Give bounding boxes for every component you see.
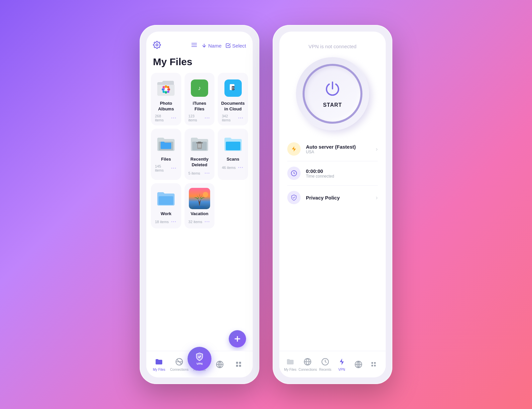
- vpn-nav-recents[interactable]: Recents: [317, 357, 333, 371]
- vpn-my-files-nav-icon: [286, 357, 295, 366]
- files-header: Name Select: [146, 32, 253, 54]
- files-folder-icon: [155, 133, 177, 155]
- file-card-trash[interactable]: Recently Deleted 5 items ···: [185, 129, 215, 180]
- svg-rect-43: [239, 365, 241, 367]
- vpn-connections-nav-icon: [303, 357, 312, 366]
- svg-marker-48: [340, 358, 344, 365]
- connections-nav-icon: [175, 357, 184, 366]
- menu-nav-icon: [235, 360, 245, 369]
- time-title: 0:00:00: [306, 168, 378, 174]
- lightning-icon: [287, 142, 301, 156]
- vpn-privacy-row[interactable]: Privacy Policy ›: [287, 186, 378, 209]
- scans-meta: 46 items ···: [221, 164, 245, 171]
- svg-text:D: D: [232, 86, 234, 90]
- vacation-more[interactable]: ···: [204, 218, 210, 225]
- svg-point-12: [167, 86, 169, 88]
- files-count: 145 items: [155, 164, 171, 172]
- gear-icon[interactable]: [153, 41, 161, 50]
- file-card-docs[interactable]: D Documents in Cloud 342 items ···: [218, 73, 248, 125]
- right-phone: VPN is not connected START: [273, 25, 392, 384]
- svg-point-14: [165, 88, 167, 91]
- scans-count: 46 items: [222, 166, 236, 170]
- vpn-power-ring[interactable]: START: [296, 57, 369, 130]
- power-icon: [323, 79, 342, 99]
- vpn-center-button[interactable]: VPN: [188, 347, 211, 371]
- scans-more[interactable]: ···: [237, 164, 244, 171]
- clock-icon: [287, 167, 301, 180]
- svg-rect-30: [159, 196, 173, 205]
- list-view-icon[interactable]: [191, 42, 198, 50]
- scans-name: Scans: [226, 157, 239, 162]
- file-card-scans[interactable]: Scans 46 items ···: [218, 129, 248, 180]
- vpn-nav-browser[interactable]: [350, 360, 367, 369]
- files-more[interactable]: ···: [171, 165, 177, 172]
- vpn-nav-my-files[interactable]: My Files: [282, 357, 299, 371]
- svg-point-7: [165, 91, 167, 94]
- nav-connections-label: Connections: [170, 368, 189, 371]
- vpn-nav-vpn[interactable]: VPN: [333, 357, 350, 371]
- vacation-icon: [189, 188, 210, 209]
- sort-button[interactable]: Name: [201, 43, 221, 49]
- time-info-text: 0:00:00 Time connected: [306, 168, 378, 179]
- svg-rect-54: [374, 365, 376, 366]
- file-card-itunes[interactable]: ♪ iTunes Files 123 items ···: [185, 73, 215, 125]
- file-card-vacation[interactable]: Vacation 32 items ···: [185, 183, 215, 229]
- svg-point-9: [168, 88, 170, 91]
- nav-connections[interactable]: Connections: [169, 357, 190, 371]
- vpn-nav-connections-label: Connections: [299, 368, 317, 371]
- vacation-count: 32 items: [189, 220, 202, 224]
- svg-rect-53: [371, 365, 373, 366]
- vpn-server-row[interactable]: Auto server (Fastest) USA ›: [287, 137, 378, 161]
- vpn-nav-menu[interactable]: [366, 360, 383, 369]
- work-count: 18 items: [155, 220, 169, 224]
- vpn-nav-connections[interactable]: Connections: [299, 357, 317, 371]
- file-card-work[interactable]: Work 18 items ···: [151, 183, 181, 229]
- recently-deleted-name: Recently Deleted: [188, 157, 211, 168]
- vpn-power-button[interactable]: START: [303, 64, 362, 124]
- files-meta: 145 items ···: [154, 164, 178, 172]
- left-phone: Name Select My Files: [140, 25, 259, 384]
- docs-count: 342 items: [222, 114, 237, 122]
- work-more[interactable]: ···: [171, 218, 177, 225]
- privacy-info-text: Privacy Policy: [306, 195, 370, 201]
- svg-point-8: [162, 88, 164, 91]
- add-folder-button[interactable]: [229, 330, 246, 347]
- vpn-nav-recents-label: Recents: [319, 368, 332, 371]
- itunes-name: iTunes Files: [188, 101, 211, 112]
- photo-albums-meta: 268 items ···: [154, 114, 178, 122]
- files-grid: Photo Albums 268 items ··· ♪ iTunes F: [146, 73, 253, 351]
- docs-name: Documents in Cloud: [221, 101, 245, 112]
- work-name: Work: [161, 211, 171, 217]
- photo-albums-more[interactable]: ···: [171, 115, 177, 121]
- select-button[interactable]: Select: [225, 43, 246, 49]
- bottom-nav-vpn: My Files Connections Recents: [279, 351, 386, 377]
- svg-rect-42: [236, 365, 238, 367]
- vpn-recents-nav-icon: [321, 357, 330, 366]
- file-card-files[interactable]: Files 145 items ···: [151, 129, 181, 180]
- server-info-text: Auto server (Fastest) USA: [306, 144, 370, 154]
- my-files-nav-icon: [154, 357, 164, 366]
- recently-deleted-more[interactable]: ···: [204, 170, 210, 177]
- svg-point-11: [167, 90, 169, 93]
- recently-deleted-meta: 5 items ···: [188, 170, 211, 177]
- nav-browser[interactable]: [209, 360, 230, 369]
- time-subtitle: Time connected: [306, 174, 378, 179]
- docs-more[interactable]: ···: [237, 115, 244, 121]
- svg-rect-52: [374, 362, 376, 364]
- privacy-title: Privacy Policy: [306, 195, 370, 201]
- recently-deleted-count: 5 items: [189, 171, 200, 175]
- svg-point-0: [156, 44, 158, 46]
- bottom-nav: My Files Connections Recents: [146, 351, 253, 377]
- file-card-photo-albums[interactable]: Photo Albums 268 items ···: [151, 73, 181, 125]
- itunes-more[interactable]: ···: [204, 115, 211, 121]
- vpn-nav-vpn-icon: [337, 357, 346, 366]
- nav-menu[interactable]: [230, 360, 250, 369]
- files-name: Files: [161, 157, 171, 162]
- svg-rect-51: [371, 362, 373, 364]
- nav-my-files[interactable]: My Files: [149, 357, 169, 371]
- svg-point-13: [163, 90, 165, 93]
- itunes-meta: 123 items ···: [188, 114, 211, 122]
- sort-select-group: Name Select: [191, 42, 246, 50]
- vpn-status-text: VPN is not connected: [309, 44, 356, 49]
- privacy-chevron-icon: ›: [376, 194, 378, 201]
